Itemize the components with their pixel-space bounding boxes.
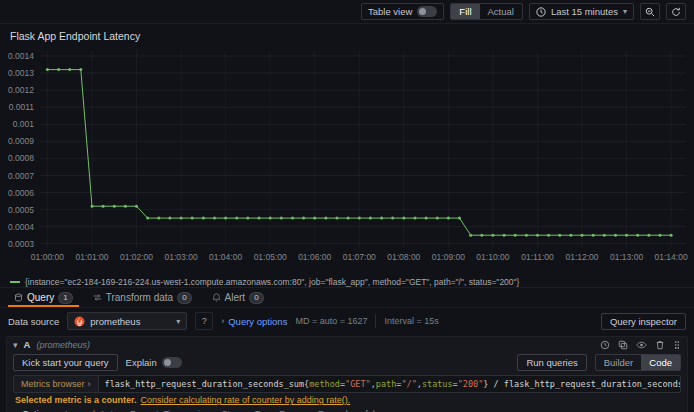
- y-axis-label: 0.0008: [8, 153, 34, 163]
- data-point: [514, 234, 517, 237]
- query-editor-card: ▾ A (prometheus): [6, 336, 688, 412]
- chart-legend[interactable]: {instance="ec2-184-169-216-224.us-west-1…: [0, 276, 694, 287]
- data-point: [291, 217, 294, 220]
- query-ref-id[interactable]: A: [24, 339, 31, 350]
- data-point: [280, 217, 283, 220]
- query-header: ▾ A (prometheus): [7, 337, 687, 352]
- explain-toggle[interactable]: Explain: [126, 357, 182, 368]
- panel-edit-toolbar: Table view Fill Actual Last 15 minutes ▾: [0, 0, 694, 24]
- prometheus-icon: [74, 316, 85, 327]
- warning-rate-link[interactable]: Consider calculating rate of counter by …: [141, 395, 351, 405]
- data-point: [391, 217, 394, 220]
- y-axis-label: 0.001: [13, 119, 35, 129]
- y-axis-label: 0.0005: [8, 205, 34, 215]
- data-point: [603, 234, 606, 237]
- data-point: [491, 234, 494, 237]
- data-point: [157, 217, 160, 220]
- builder-button[interactable]: Builder: [596, 355, 642, 370]
- warning-text: Selected metric is a counter.: [15, 395, 137, 405]
- run-queries-button[interactable]: Run queries: [517, 354, 586, 371]
- data-point: [358, 217, 361, 220]
- datasource-picker[interactable]: prometheus ▾: [67, 312, 187, 330]
- data-point: [369, 217, 372, 220]
- data-point: [146, 217, 149, 220]
- chevron-down-icon: ▾: [176, 317, 180, 326]
- latency-chart[interactable]: 0.00030.00040.00050.00060.00070.00080.00…: [0, 44, 694, 272]
- data-point: [113, 205, 116, 208]
- tab-alert[interactable]: Alert 0: [204, 288, 272, 307]
- data-point: [536, 234, 539, 237]
- data-point: [102, 205, 105, 208]
- table-view-toggle[interactable]: Table view: [361, 3, 444, 20]
- x-axis-label: 01:00:00: [31, 252, 64, 262]
- data-point: [213, 217, 216, 220]
- table-view-label: Table view: [368, 6, 412, 17]
- y-axis-label: 0.0014: [8, 51, 34, 61]
- data-point: [503, 234, 506, 237]
- datasource-label: Data source: [8, 316, 59, 327]
- table-view-switch[interactable]: [417, 6, 437, 17]
- data-point: [91, 205, 94, 208]
- series-label: {instance="ec2-184-169-216-224.us-west-1…: [25, 277, 519, 287]
- actual-button[interactable]: Actual: [480, 4, 522, 19]
- tab-transform-data[interactable]: Transform data 0: [85, 288, 200, 307]
- chevron-down-icon: ▾: [623, 7, 627, 16]
- data-point: [57, 68, 60, 71]
- chevron-right-icon: ›: [88, 379, 91, 389]
- refresh-icon: [671, 7, 681, 17]
- zoom-out-button[interactable]: [640, 3, 660, 20]
- tab-query-label: Query: [27, 292, 54, 303]
- query-inspector-button[interactable]: Query inspector: [601, 313, 686, 330]
- x-axis-label: 01:04:00: [209, 252, 242, 262]
- promql-query-text[interactable]: flask_http_request_duration_seconds_sum{…: [99, 376, 680, 392]
- y-axis-label: 0.0013: [8, 68, 34, 78]
- query-options-summary-row: › Options Legend: Auto Format: Time seri…: [7, 406, 687, 412]
- data-point: [180, 217, 183, 220]
- eye-icon[interactable]: [636, 340, 647, 350]
- time-range-picker[interactable]: Last 15 minutes ▾: [529, 3, 634, 20]
- data-point: [447, 217, 450, 220]
- x-axis-label: 01:14:00: [655, 252, 688, 262]
- metrics-browser-button[interactable]: Metrics browser ›: [14, 376, 99, 392]
- data-point: [191, 217, 194, 220]
- code-button[interactable]: Code: [641, 355, 680, 370]
- collapse-chevron-icon[interactable]: ▾: [13, 340, 18, 350]
- explain-switch[interactable]: [162, 357, 182, 368]
- fill-actual-group: Fill Actual: [450, 3, 523, 20]
- fill-button[interactable]: Fill: [451, 4, 479, 19]
- tab-transform-count: 0: [177, 292, 191, 304]
- datasource-help-button[interactable]: ?: [195, 312, 213, 330]
- y-axis-label: 0.0006: [8, 188, 34, 198]
- query-datasource-hint: (prometheus): [36, 340, 90, 350]
- refresh-button[interactable]: [666, 3, 686, 20]
- data-point: [592, 234, 595, 237]
- data-point: [168, 217, 171, 220]
- query-toolbar: Kick start your query Explain Run querie…: [7, 352, 687, 375]
- clock-icon: [536, 7, 546, 17]
- data-point: [135, 205, 138, 208]
- transform-icon: [93, 293, 102, 302]
- data-point: [569, 234, 572, 237]
- data-point: [380, 217, 383, 220]
- y-axis-label: 0.0009: [8, 136, 34, 146]
- data-point: [558, 234, 561, 237]
- trash-icon[interactable]: [655, 340, 665, 350]
- query-actions: [600, 340, 681, 350]
- builder-code-group: Builder Code: [595, 354, 681, 371]
- metrics-browser-label: Metrics browser: [21, 379, 85, 389]
- data-point: [458, 217, 461, 220]
- series-color-marker: [10, 281, 20, 283]
- x-axis-label: 01:01:00: [75, 252, 108, 262]
- query-options-toggle[interactable]: › Query options: [221, 316, 287, 327]
- tab-query[interactable]: Query 1: [6, 288, 81, 307]
- data-point: [670, 234, 673, 237]
- copy-icon[interactable]: [618, 340, 628, 350]
- history-icon[interactable]: [600, 340, 610, 350]
- data-point: [246, 217, 249, 220]
- data-point: [202, 217, 205, 220]
- data-point: [402, 217, 405, 220]
- counter-warning: Selected metric is a counter.Consider ca…: [7, 393, 687, 406]
- x-axis-label: 01:09:00: [432, 252, 465, 262]
- drag-handle-icon[interactable]: [673, 340, 681, 350]
- kick-start-query-button[interactable]: Kick start your query: [13, 354, 118, 371]
